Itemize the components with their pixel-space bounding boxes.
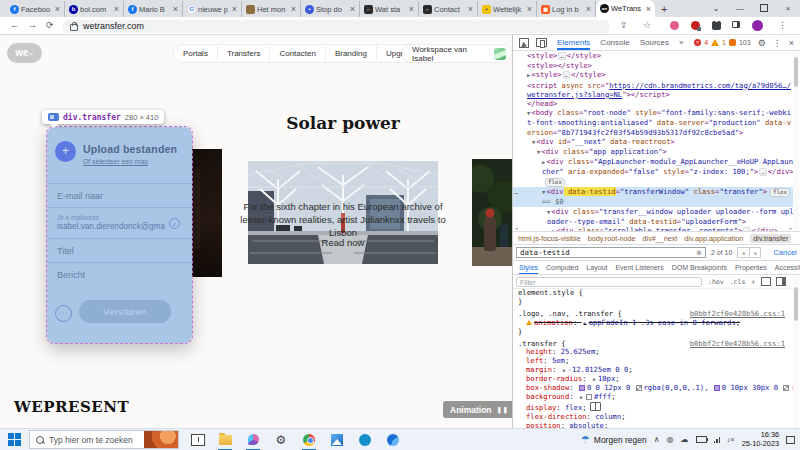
browser-tab[interactable]: Mario B× bbox=[124, 1, 183, 17]
browser-tab[interactable]: Het mon× bbox=[242, 1, 301, 17]
panel-tab-styles[interactable]: Styles bbox=[519, 261, 538, 275]
device-toolbar-icon[interactable] bbox=[536, 38, 547, 47]
scrollbar-thumb[interactable] bbox=[794, 287, 798, 321]
extensions-puzzle-icon[interactable] bbox=[712, 21, 721, 30]
panel-tab-properties[interactable]: Properties bbox=[735, 261, 767, 275]
issues-count[interactable]: 103 bbox=[739, 39, 751, 46]
url-text[interactable]: wetransfer.com bbox=[83, 21, 144, 31]
read-now-link[interactable]: Read now bbox=[238, 237, 448, 248]
devtools-tab-sources[interactable]: Sources bbox=[640, 35, 669, 50]
browser-tab[interactable]: Wettelijk× bbox=[478, 1, 537, 17]
toggle-class-editor[interactable]: .cls bbox=[730, 278, 746, 286]
clear-search-icon[interactable]: ⊗ bbox=[696, 249, 702, 257]
previous-match-button[interactable]: ∧ bbox=[737, 247, 749, 258]
dom-node[interactable]: <style>…</style> bbox=[513, 51, 794, 61]
dom-tree[interactable]: <style>…</style><style></style>▶<style>…… bbox=[513, 51, 794, 231]
dom-node[interactable]: ▼<div id="__next" data-reactroot> bbox=[513, 137, 794, 147]
dom-node[interactable]: <script async src="https://cdn.brandmetr… bbox=[513, 81, 794, 99]
show-hidden-icons[interactable]: ∧ bbox=[654, 435, 660, 444]
dom-search-input[interactable]: data-testid ⊗ bbox=[516, 247, 706, 258]
title-field[interactable]: Titel bbox=[57, 246, 74, 256]
battery-icon[interactable] bbox=[696, 436, 707, 443]
email-to-field[interactable]: E-mail naar bbox=[57, 191, 103, 201]
browser-tab[interactable]: bol.com× bbox=[65, 1, 124, 17]
animation-pause-button[interactable]: Animation ❚❚ bbox=[443, 401, 512, 418]
dom-node[interactable]: ▶<style>…</style> bbox=[513, 70, 794, 80]
reload-button[interactable]: ⟳ bbox=[46, 20, 54, 30]
network-icon[interactable] bbox=[714, 437, 721, 443]
grid-editor-icon[interactable] bbox=[761, 277, 771, 286]
select-folder-link[interactable]: Of selecteer een map bbox=[83, 158, 148, 165]
tab-close-icon[interactable]: × bbox=[291, 5, 296, 13]
browser-tab[interactable]: Contact× bbox=[419, 1, 478, 17]
weather-widget[interactable]: ☂ Morgen regen bbox=[581, 434, 647, 445]
nav-item-transfers[interactable]: Transfers bbox=[217, 46, 270, 61]
back-button[interactable]: ← bbox=[10, 20, 19, 30]
message-field[interactable]: Bericht bbox=[57, 270, 85, 280]
photos-app-icon[interactable] bbox=[329, 432, 345, 448]
wepresent-logo[interactable]: WEPRESENT bbox=[14, 398, 129, 416]
error-count[interactable]: 4 bbox=[704, 39, 708, 46]
breadcrumb-item[interactable]: html.js-focus-visible bbox=[518, 234, 581, 243]
breadcrumb-item[interactable]: div#__next bbox=[643, 234, 678, 243]
extension-icon[interactable] bbox=[670, 21, 679, 30]
settings-gear-icon[interactable]: ⚙ bbox=[273, 432, 289, 448]
new-tab-button[interactable]: + bbox=[661, 3, 667, 15]
blue-app-icon[interactable] bbox=[385, 432, 401, 448]
task-view-button[interactable] bbox=[191, 434, 205, 446]
panel-tab-computed[interactable]: Computed bbox=[546, 261, 578, 275]
nav-item-branding[interactable]: Branding bbox=[325, 46, 376, 61]
nav-item-portals[interactable]: Portals bbox=[174, 46, 217, 61]
color-swatch[interactable] bbox=[636, 385, 642, 391]
dom-node[interactable]: ▼<div class="app application"> bbox=[513, 147, 794, 157]
tab-close-icon[interactable]: × bbox=[527, 5, 532, 13]
teal-app-icon[interactable] bbox=[357, 432, 373, 448]
chrome-icon[interactable] bbox=[301, 432, 317, 448]
dom-node-selected[interactable]: …▼<div data-testid="transferWindow" clas… bbox=[513, 187, 794, 206]
cloud-icon[interactable]: ☁ bbox=[681, 435, 689, 444]
window-chevron-icon[interactable]: ⌄ bbox=[704, 4, 728, 13]
browser-tab[interactable]: WeTrans× bbox=[596, 0, 655, 17]
transfer-options-button[interactable]: ··· bbox=[55, 305, 72, 322]
tab-close-icon[interactable]: × bbox=[468, 5, 473, 13]
breadcrumb-item[interactable]: body.root-node bbox=[588, 234, 636, 243]
taskbar-clock[interactable]: 16:36 25-10-2023 bbox=[742, 431, 779, 448]
new-style-rule-button[interactable]: + bbox=[751, 278, 755, 286]
browser-tab[interactable]: Stop do× bbox=[301, 1, 360, 17]
tab-close-icon[interactable]: × bbox=[646, 5, 651, 13]
taskbar-search[interactable]: Typ hier om te zoeken bbox=[29, 430, 179, 449]
side-panel-icon[interactable] bbox=[732, 21, 740, 28]
devtools-settings-icon[interactable]: ⚙ bbox=[758, 38, 766, 48]
next-match-button[interactable]: ∨ bbox=[749, 247, 761, 258]
tab-close-icon[interactable]: × bbox=[350, 5, 355, 13]
tab-close-icon[interactable]: × bbox=[586, 5, 591, 13]
flex-editor-icon[interactable] bbox=[590, 402, 601, 411]
browser-tab[interactable]: Faceboo× bbox=[6, 1, 65, 17]
file-explorer-icon[interactable] bbox=[217, 432, 233, 448]
more-tabs-icon[interactable]: » bbox=[679, 35, 683, 50]
browser-tab[interactable]: Log in b× bbox=[537, 1, 596, 17]
tab-close-icon[interactable]: × bbox=[409, 5, 414, 13]
dom-node[interactable]: </head> bbox=[513, 99, 794, 108]
style-rule-selector[interactable]: element.style { bbox=[513, 289, 794, 298]
devtools-tab-console[interactable]: Console bbox=[600, 35, 629, 50]
transfer-upload-form[interactable]: + Upload bestanden Of selecteer een map … bbox=[47, 127, 192, 343]
color-swatch[interactable] bbox=[586, 394, 592, 400]
tab-close-icon[interactable]: × bbox=[55, 5, 60, 13]
devtools-close-icon[interactable]: × bbox=[789, 38, 794, 48]
browser-tab[interactable]: nieuwe p× bbox=[183, 1, 242, 17]
computed-sidebar-icon[interactable] bbox=[776, 277, 786, 286]
browser-tab[interactable]: Wat sta× bbox=[360, 1, 419, 17]
nav-item-contacten[interactable]: Contacten bbox=[269, 46, 324, 61]
color-swatch[interactable] bbox=[579, 385, 585, 391]
minimize-button[interactable]: — bbox=[728, 4, 752, 13]
forward-button[interactable]: → bbox=[28, 20, 37, 30]
style-declaration[interactable]: animation: ▶appFadeIn 1 .3s ease-in 0 fo… bbox=[513, 319, 794, 328]
devtools-menu-icon[interactable]: ⋮ bbox=[773, 38, 782, 48]
dom-node[interactable]: <style></style> bbox=[513, 61, 794, 70]
tab-close-icon[interactable]: × bbox=[232, 5, 237, 13]
your-email-value[interactable]: isabel.van.dierendonck@gmail.c… bbox=[57, 222, 165, 231]
breadcrumb-item[interactable]: div.app.application bbox=[684, 234, 743, 243]
styles-filter-input[interactable]: Filter bbox=[516, 277, 702, 287]
breadcrumb-item[interactable]: div.transfer bbox=[750, 234, 791, 243]
